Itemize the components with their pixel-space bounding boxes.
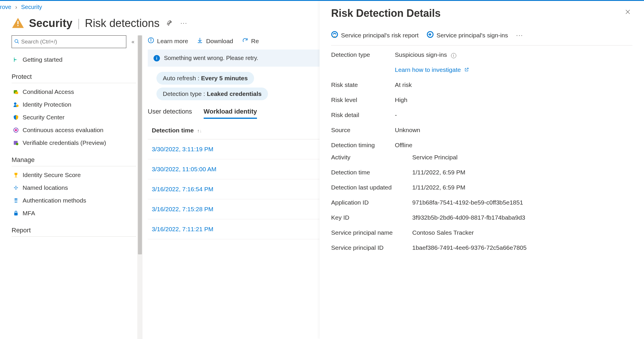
conditional-access-icon [13,89,19,95]
sidebar-item-label: Conditional Access [23,88,74,95]
svg-point-15 [151,39,151,39]
sidebar-item-label: Security Center [23,114,65,121]
toolbar-label: Download [206,38,233,45]
download-icon [197,37,203,45]
download-button[interactable]: Download [197,37,233,45]
details-kv-1: Detection type Suspicious sign-ins i Lea… [331,51,632,149]
filter-pill-auto-refresh[interactable]: Auto refresh : Every 5 minutes [156,72,254,85]
learn-more-button[interactable]: Learn more [148,37,188,45]
details-kv-2: Activity Service Principal Detection tim… [331,154,632,251]
svg-rect-12 [14,213,18,215]
sidebar-item-label: Authentication methods [23,197,86,204]
sidebar-section-manage: Manage [12,149,136,166]
search-input[interactable] [12,35,126,48]
kv-value: 3f932b5b-2bd6-4d09-8817-fb174baba9d3 [412,214,632,221]
svg-rect-0 [17,25,19,26]
sidebar-item-identity-protection[interactable]: Identity Protection [12,98,136,111]
info-icon[interactable]: i [451,53,456,58]
action-sign-ins[interactable]: Service principal's sign-ins [427,31,508,39]
kv-value: Unknown [395,127,632,134]
kv-key: Risk level [331,96,395,103]
sidebar-item-security-center[interactable]: Security Center [12,111,136,124]
page-title: Security | Risk detections [29,17,160,30]
sidebar-item-label: Verifiable credentials (Preview) [23,139,106,146]
kv-key: Service principal ID [331,244,412,251]
action-risk-report[interactable]: Service principal's risk report [331,31,419,39]
sidebar-item-label: Continuous access evaluation [23,127,103,134]
sidebar-item-named-locations[interactable]: Named locations [12,181,136,194]
svg-point-7 [16,105,19,107]
tab-workload-identity[interactable]: Workload identity [204,105,257,119]
sidebar-section-report: Report [12,220,136,237]
detail-actions: Service principal's risk report Service … [331,19,632,45]
warning-icon [12,17,24,30]
trophy-icon [13,172,19,178]
close-icon[interactable] [623,7,632,18]
svg-point-6 [14,103,16,105]
scrollbar-thumb[interactable] [138,35,142,254]
action-label: Service principal's sign-ins [437,32,508,39]
svg-point-9 [15,129,17,131]
external-link-icon [464,66,469,73]
banner-message: Something went wrong. Please retry. [164,55,258,61]
pill-value: Every 5 minutes [201,75,248,82]
breadcrumb-item-rove[interactable]: rove [0,4,11,10]
kv-value: Offline [395,142,632,149]
svg-point-11 [16,143,18,145]
kv-value: 1/11/2022, 6:59 PM [412,184,632,191]
kv-value: High [395,96,632,103]
kv-value: Service Principal [412,154,632,161]
sidebar-item-label: Named locations [23,184,68,191]
sidebar-item-label: MFA [23,210,35,217]
sidebar-item-continuous-access[interactable]: Continuous access evaluation [12,124,136,136]
refresh-button[interactable]: Re [242,37,259,45]
sidebar-item-secure-score[interactable]: Identity Secure Score [12,169,136,181]
kv-key: Key ID [331,214,412,221]
toolbar-label: Learn more [157,38,188,45]
sidebar-item-verifiable-creds[interactable]: Verifiable credentials (Preview) [12,136,136,149]
auth-methods-icon [13,197,19,204]
identity-protection-icon [13,101,19,108]
shield-icon [13,114,19,121]
sidebar-item-mfa[interactable]: MFA [12,207,136,220]
credentials-icon [13,140,19,146]
refresh-icon [242,37,248,45]
info-circle-icon: i [154,55,160,61]
filter-pill-detection-type[interactable]: Detection type : Leaked credentials [156,88,268,100]
page-title-sub: Risk detections [85,17,160,29]
locations-icon [13,185,19,191]
sign-ins-icon [427,31,434,39]
kv-value: - [395,112,632,119]
kv-value: 1baef386-7491-4ee6-9376-72c5a66e7805 [412,244,632,251]
action-label: Service principal's risk report [341,32,419,39]
more-actions-icon[interactable]: ··· [516,32,523,39]
continuous-access-icon [13,127,19,133]
learn-investigate-link[interactable]: Learn how to investigate [395,66,469,73]
pill-key: Auto refresh : [163,75,199,82]
lock-icon [13,210,19,216]
kv-key: Activity [331,154,412,161]
kv-key: Service principal name [331,229,412,236]
tab-user-detections[interactable]: User detections [148,105,192,119]
kv-value: 1/11/2022, 6:59 PM [412,169,632,176]
kv-value: 971b68fa-7541-4192-be59-c0ff3b5e1851 [412,199,632,206]
sidebar-item-label: Getting started [23,56,63,63]
sidebar-item-getting-started[interactable]: Getting started [12,53,136,66]
kv-key: Detection timing [331,142,395,149]
sidebar-item-label: Identity Secure Score [23,172,81,178]
details-panel: Risk Detection Details Service principal… [320,1,644,339]
search-field[interactable] [21,39,124,45]
pin-icon[interactable] [164,18,174,29]
info-icon [148,37,154,45]
kv-key: Detection type [331,51,395,58]
kv-key: Application ID [331,199,412,206]
kv-value: Contoso Sales Tracker [412,229,632,236]
collapse-sidebar-icon[interactable]: « [130,37,136,47]
sidebar-item-conditional-access[interactable]: Conditional Access [12,85,136,98]
kv-key: Detection time [331,169,412,176]
breadcrumb-item-security[interactable]: Security [21,4,42,10]
sidebar-item-auth-methods[interactable]: Authentication methods [12,194,136,207]
search-icon [14,39,19,45]
page-title-main: Security [29,17,72,29]
more-icon[interactable]: ··· [179,18,189,29]
